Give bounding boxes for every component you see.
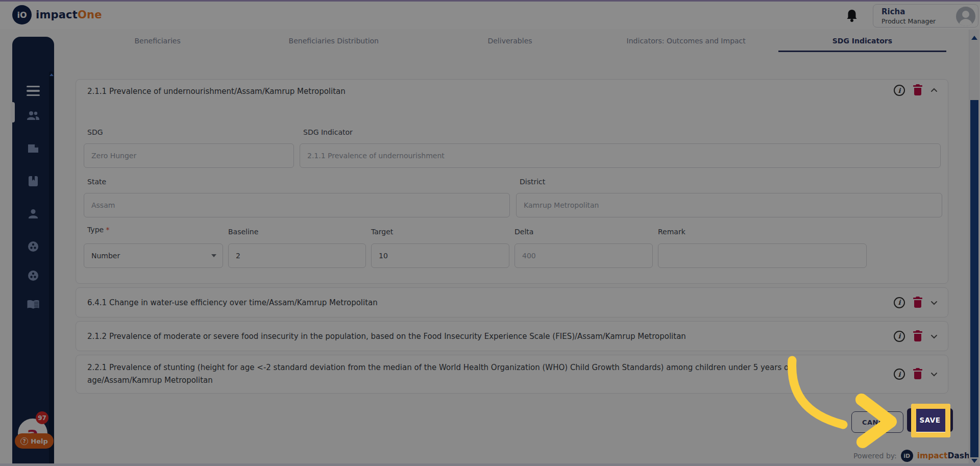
section-tabs: Beneficiaries Beneficiaries Distribution… bbox=[69, 31, 950, 51]
bookmark-book-icon bbox=[28, 176, 38, 187]
hamburger-icon bbox=[27, 86, 40, 96]
sdg-indicator-card-collapsed[interactable]: 2.2.1 Prevalence of stunting (height for… bbox=[76, 355, 948, 394]
accordion-title: 6.4.1 Change in water-use efficiency ove… bbox=[87, 298, 480, 307]
sdg-indicator-card-collapsed[interactable]: 2.1.2 Prevalence of moderate or severe f… bbox=[76, 321, 948, 351]
delete-trash-icon[interactable] bbox=[913, 331, 922, 341]
user-name: Richa bbox=[881, 7, 905, 16]
field-label-baseline: Baseline bbox=[228, 228, 258, 236]
help-notification-badge: 97 bbox=[36, 411, 48, 424]
user-profile-card[interactable]: Richa Product Manager bbox=[873, 4, 978, 28]
user-role: Product Manager bbox=[881, 17, 936, 25]
sdg-input[interactable]: Zero Hunger bbox=[84, 143, 294, 168]
sidebar-menu-toggle[interactable] bbox=[12, 80, 54, 102]
wheel-dots-icon bbox=[27, 269, 39, 282]
required-asterisk: * bbox=[106, 226, 110, 234]
question-mark-icon: ? bbox=[20, 437, 28, 445]
field-label-delta: Delta bbox=[514, 228, 533, 236]
document-icon bbox=[27, 143, 39, 154]
logo-circle-icon: iO bbox=[12, 5, 32, 24]
save-button[interactable]: SAVE bbox=[907, 408, 953, 432]
sidebar-nav bbox=[12, 37, 54, 466]
help-button[interactable]: ? Help bbox=[15, 433, 54, 449]
field-label-state: State bbox=[87, 178, 106, 186]
sidebar-item-projects[interactable] bbox=[12, 137, 54, 160]
delta-input[interactable]: 400 bbox=[514, 243, 653, 268]
state-input[interactable]: Assam bbox=[84, 193, 510, 217]
powered-by-footer: Powered by: iD impactDash bbox=[837, 448, 970, 463]
chevron-down-icon[interactable] bbox=[930, 371, 938, 378]
scroll-down-arrow-icon[interactable] bbox=[971, 459, 977, 463]
field-label-district: District bbox=[520, 178, 545, 186]
people-group-icon bbox=[27, 110, 40, 121]
powered-by-label: Powered by: bbox=[853, 452, 897, 460]
field-label-target: Target bbox=[371, 228, 393, 236]
tab-beneficiaries-distribution[interactable]: Beneficiaries Distribution bbox=[246, 31, 422, 51]
help-label: Help bbox=[31, 437, 47, 445]
delete-trash-icon[interactable] bbox=[913, 298, 922, 308]
info-icon[interactable]: i bbox=[894, 369, 905, 380]
app-header: iO impactOne Richa Product Manager bbox=[0, 2, 980, 29]
user-avatar-icon bbox=[956, 7, 975, 26]
info-icon[interactable]: i bbox=[894, 331, 905, 342]
scroll-up-arrow-icon[interactable] bbox=[971, 36, 977, 40]
accordion-title: 2.1.2 Prevalence of moderate or severe f… bbox=[87, 332, 788, 341]
open-book-icon bbox=[27, 300, 40, 310]
accordion-title: 2.2.1 Prevalence of stunting (height for… bbox=[87, 361, 948, 387]
tab-deliverables[interactable]: Deliverables bbox=[422, 31, 598, 51]
sidebar-item-beneficiaries[interactable] bbox=[12, 105, 54, 127]
person-icon bbox=[28, 208, 39, 219]
sidebar-active-indicator bbox=[11, 102, 15, 122]
app-logo[interactable]: iO impactOne bbox=[12, 5, 102, 24]
info-icon[interactable]: i bbox=[894, 85, 905, 96]
sdg-indicator-card-collapsed[interactable]: 6.4.1 Change in water-use efficiency ove… bbox=[76, 287, 948, 317]
baseline-input[interactable]: 2 bbox=[228, 243, 366, 268]
target-input[interactable]: 10 bbox=[371, 243, 509, 268]
sdg-indicator-input[interactable]: 2.1.1 Prevalence of undernourishment bbox=[300, 143, 941, 168]
chevron-up-icon[interactable] bbox=[930, 87, 938, 94]
notifications-bell-icon[interactable] bbox=[846, 9, 858, 23]
delete-trash-icon[interactable] bbox=[913, 85, 922, 95]
sdg-indicator-card-expanded: 2.1.1 Prevalence of undernourishment/Ass… bbox=[76, 79, 948, 284]
sidebar-item-sdg-wheel[interactable] bbox=[12, 235, 54, 258]
sidebar-item-library[interactable] bbox=[12, 293, 54, 316]
tab-sdg-indicators[interactable]: SDG Indicators bbox=[774, 31, 950, 51]
field-label-sdg-indicator: SDG Indicator bbox=[303, 128, 353, 136]
sidebar-item-reports[interactable] bbox=[12, 170, 54, 192]
field-label-type: Type * bbox=[87, 226, 110, 234]
info-icon[interactable]: i bbox=[894, 297, 905, 308]
impactdash-logo-icon: iD bbox=[901, 450, 913, 462]
wheel-dots-icon bbox=[27, 240, 39, 253]
chevron-down-icon[interactable] bbox=[930, 333, 938, 340]
brand-accent: One bbox=[78, 9, 102, 21]
field-label-sdg: SDG bbox=[87, 128, 103, 136]
impactdash-brand: impactDash bbox=[917, 451, 970, 460]
browser-chrome-strip bbox=[0, 463, 980, 466]
chevron-down-icon bbox=[211, 254, 216, 257]
app-window: iO impactOne Richa Product Manager bbox=[0, 0, 980, 466]
field-label-remark: Remark bbox=[658, 228, 685, 236]
brand-primary: impact bbox=[36, 9, 78, 21]
chevron-down-icon[interactable] bbox=[930, 299, 938, 306]
cancel-button[interactable]: CANCEL bbox=[851, 411, 903, 433]
delete-trash-icon[interactable] bbox=[913, 369, 922, 379]
district-input[interactable]: Kamrup Metropolitan bbox=[516, 193, 942, 217]
remark-input[interactable] bbox=[658, 243, 867, 268]
sidebar-scrollbar[interactable] bbox=[49, 71, 54, 466]
brand-name: impactOne bbox=[36, 9, 102, 21]
sidebar-item-sdg-wheel-2[interactable] bbox=[12, 264, 54, 287]
page-scrollbar[interactable] bbox=[969, 30, 979, 466]
tab-beneficiaries[interactable]: Beneficiaries bbox=[69, 31, 246, 51]
sidebar-item-profile[interactable] bbox=[12, 203, 54, 225]
type-select[interactable]: Number bbox=[84, 243, 223, 268]
scrollbar-thumb[interactable] bbox=[970, 100, 978, 457]
tab-indicators-outcomes-impact[interactable]: Indicators: Outcomes and Impact bbox=[598, 31, 774, 51]
accordion-title: 2.1.1 Prevalence of undernourishment/Ass… bbox=[87, 87, 346, 96]
